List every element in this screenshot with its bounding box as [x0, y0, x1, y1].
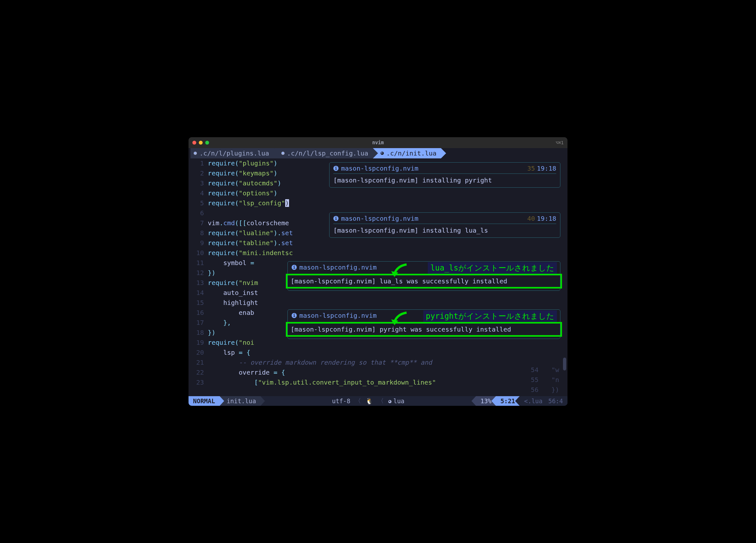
- line-number: 4: [189, 188, 208, 198]
- alt-position: 56:4: [547, 396, 567, 406]
- code-content[interactable]: }): [208, 328, 215, 338]
- info-icon: i: [333, 216, 338, 221]
- tab-plugins[interactable]: .c/n/l/plugins.lua: [190, 148, 274, 158]
- tab-init[interactable]: .c/n/init.lua: [373, 148, 441, 158]
- arrow-icon: [391, 311, 410, 325]
- titlebar: nvim ⌥⌘1: [189, 137, 567, 148]
- code-content[interactable]: require("lsp_config"): [208, 198, 289, 208]
- line-number: 8: [189, 228, 208, 238]
- os-icon: 🐧: [365, 398, 373, 405]
- code-line[interactable]: 19require("noi: [189, 338, 567, 348]
- code-content[interactable]: require("options"): [208, 188, 277, 198]
- code-content[interactable]: auto_inst: [208, 288, 258, 298]
- notification-body: [mason-lspconfig.nvim] lua_ls was succes…: [291, 277, 557, 285]
- info-icon: i: [333, 166, 338, 171]
- line-number: 11: [189, 258, 208, 268]
- notification-time: 3519:18: [527, 164, 556, 172]
- line-number: 6: [189, 208, 208, 218]
- close-icon[interactable]: [192, 141, 196, 144]
- code-content[interactable]: highlight: [208, 298, 258, 308]
- notification: i mason-lspconfig.nvim 3519:18 [mason-ls…: [329, 162, 560, 188]
- lua-icon: [388, 400, 391, 403]
- code-content[interactable]: }): [208, 268, 215, 278]
- notification: i mason-lspconfig.nvim 4019:18 [mason-ls…: [329, 212, 560, 238]
- code-content[interactable]: require("keymaps"): [208, 168, 277, 178]
- code-line[interactable]: 4require("options"): [189, 188, 567, 198]
- lua-icon: [381, 152, 384, 155]
- line-number: 10: [189, 248, 208, 258]
- code-line[interactable]: 21 -- override markdown rendering so tha…: [189, 358, 567, 368]
- code-content[interactable]: require("mini.indentsc: [208, 248, 293, 258]
- code-line[interactable]: 23 ["vim.lsp.util.convert_input_to_markd…: [189, 378, 567, 388]
- line-number: 3: [189, 178, 208, 188]
- info-icon: i: [292, 313, 297, 318]
- code-content[interactable]: ["vim.lsp.util.convert_input_to_markdown…: [208, 378, 436, 388]
- code-content[interactable]: require("noi: [208, 338, 254, 348]
- tabline: .c/n/l/plugins.lua .c/n/l/lsp_config.lua…: [189, 148, 567, 158]
- line-number: 18: [189, 328, 208, 338]
- encoding: utf-8: [332, 398, 350, 405]
- code-line[interactable]: 20 lsp = {: [189, 348, 567, 358]
- terminal-window: nvim ⌥⌘1 .c/n/l/plugins.lua .c/n/l/lsp_c…: [189, 137, 567, 406]
- code-line[interactable]: 9require("tabline").set: [189, 238, 567, 248]
- alt-file: <.lua: [520, 396, 547, 406]
- tab-lspconfig[interactable]: .c/n/l/lsp_config.lua: [274, 148, 373, 158]
- code-content[interactable]: require("nvim: [208, 278, 258, 288]
- statusline: NORMAL init.lua utf-8 〈 🐧 〈 lua 13% 5:21…: [189, 396, 567, 406]
- notification-source: mason-lspconfig.nvim: [299, 312, 377, 320]
- annotation-label: pyrightがインストールされました: [423, 311, 557, 322]
- tab-label: .c/n/init.lua: [386, 149, 437, 157]
- statusline-center: utf-8 〈 🐧 〈 lua: [260, 396, 476, 406]
- traffic-lights: [192, 141, 209, 144]
- line-number: 19: [189, 338, 208, 348]
- notification-source: mason-lspconfig.nvim: [341, 214, 418, 222]
- notification-time: 4019:18: [527, 214, 556, 222]
- tab-label: .c/n/l/plugins.lua: [199, 149, 269, 157]
- line-number: 7: [189, 218, 208, 228]
- line-number: 15: [189, 298, 208, 308]
- line-number: 21: [189, 358, 208, 368]
- line-number: 22: [189, 368, 208, 378]
- scrollbar[interactable]: [563, 171, 566, 383]
- annotation-label: lua_lsがインストールされました: [428, 262, 557, 274]
- notification: i mason-lspconfig.nvim pyrightがインストールされま…: [287, 310, 560, 339]
- line-number: 12: [189, 268, 208, 278]
- code-line[interactable]: 5require("lsp_config"): [189, 198, 567, 208]
- mode-indicator: NORMAL: [189, 396, 220, 406]
- line-number: 20: [189, 348, 208, 358]
- code-content[interactable]: },: [208, 318, 231, 328]
- code-content[interactable]: symbol =: [208, 258, 254, 268]
- line-number: 23: [189, 378, 208, 388]
- code-content[interactable]: vim.cmd([[colorscheme: [208, 218, 293, 228]
- maximize-icon[interactable]: [205, 141, 209, 144]
- code-content[interactable]: lsp = {: [208, 348, 250, 358]
- lua-icon: [194, 152, 197, 155]
- code-content[interactable]: require("plugins"): [208, 158, 277, 168]
- arrow-icon: [391, 263, 410, 277]
- notification-body: [mason-lspconfig.nvim] installing pyrigh…: [333, 176, 556, 184]
- line-number: 5: [189, 198, 208, 208]
- code-content[interactable]: override = {: [208, 368, 285, 378]
- minimize-icon[interactable]: [199, 141, 203, 144]
- notification-body: [mason-lspconfig.nvim] installing lua_ls: [333, 226, 556, 234]
- notification: i mason-lspconfig.nvim lua_lsがインストールされまし…: [287, 261, 560, 291]
- filename: init.lua: [220, 396, 261, 406]
- code-content[interactable]: -- override markdown rendering so that *…: [208, 358, 432, 368]
- editor[interactable]: 1require("plugins")2require("keymaps")3r…: [189, 158, 567, 396]
- line-number: 2: [189, 168, 208, 178]
- code-content[interactable]: require("autocmds"): [208, 178, 281, 188]
- code-line[interactable]: 22 override = {: [189, 368, 567, 378]
- code-line[interactable]: 10require("mini.indentsc: [189, 248, 567, 258]
- notification-source: mason-lspconfig.nvim: [299, 263, 377, 271]
- code-line[interactable]: 15 highlight: [189, 298, 567, 308]
- code-content[interactable]: require("tabline").set: [208, 238, 293, 248]
- line-number: 1: [189, 158, 208, 168]
- right-split-preview: 54"w 55"n 56}): [526, 365, 559, 395]
- code-content[interactable]: require("lualine").set: [208, 228, 293, 238]
- window-title: nvim: [372, 140, 384, 145]
- code-content[interactable]: enab: [208, 308, 254, 318]
- notification-source: mason-lspconfig.nvim: [341, 164, 418, 172]
- tab-label: .c/n/l/lsp_config.lua: [287, 149, 368, 157]
- lua-icon: [281, 152, 285, 155]
- notification-body: [mason-lspconfig.nvim] pyright was succe…: [291, 326, 557, 333]
